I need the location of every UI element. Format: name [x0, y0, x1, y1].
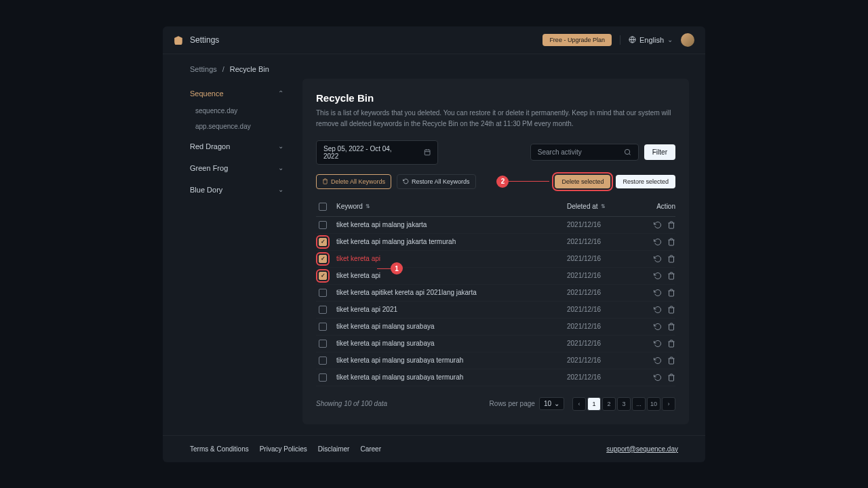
restore-icon[interactable]	[654, 272, 662, 280]
date-range-value: Sep 05, 2022 - Oct 04, 2022	[323, 145, 403, 160]
td-check	[316, 323, 336, 331]
delete-all-button[interactable]: Delete All Keywords	[316, 174, 391, 189]
trash-icon[interactable]	[667, 221, 675, 229]
restore-icon[interactable]	[654, 289, 662, 297]
footer-email[interactable]: support@sequence.day	[606, 445, 678, 453]
restore-icon[interactable]	[654, 323, 662, 331]
td-action	[642, 238, 675, 246]
row-checkbox[interactable]	[319, 289, 327, 297]
th-deleted-at[interactable]: Deleted at ⇅	[567, 203, 642, 211]
search-input[interactable]: Search activity	[530, 144, 639, 161]
trash-icon[interactable]	[667, 289, 675, 297]
sidebar-child[interactable]: app.sequence.day	[184, 119, 294, 134]
page-nav: ‹ 1 2 3 ... 10 ›	[572, 397, 675, 411]
td-date: 2021/12/16	[567, 323, 642, 330]
restore-icon[interactable]	[654, 221, 662, 229]
sidebar-group-blue-dory: Blue Dory ⌄	[179, 180, 294, 199]
sidebar-item-red-dragon[interactable]: Red Dragon ⌄	[179, 137, 294, 156]
main-panel: Recycle Bin This is a list of keywords t…	[302, 79, 689, 424]
sidebar-item-blue-dory[interactable]: Blue Dory ⌄	[179, 180, 294, 199]
filter-button[interactable]: Filter	[644, 144, 675, 160]
select-all-checkbox[interactable]	[319, 203, 327, 211]
restore-icon[interactable]	[654, 340, 662, 348]
row-checkbox[interactable]	[319, 306, 327, 314]
row-checkbox[interactable]	[319, 221, 327, 229]
page-description: This is a list of keywords that you dele…	[316, 108, 675, 129]
table-row: tiket kereta api malang surabaya termura…	[316, 369, 675, 386]
td-date: 2021/12/16	[567, 221, 642, 228]
chevron-down-icon: ⌄	[278, 186, 283, 193]
td-date: 2021/12/16	[567, 340, 642, 347]
page-1[interactable]: 1	[587, 397, 601, 411]
restore-icon[interactable]	[654, 373, 662, 382]
td-keyword: tiket kereta api malang surabaya	[336, 323, 567, 330]
sidebar-child[interactable]: sequence.day	[184, 103, 294, 119]
sidebar-label: Blue Dory	[190, 186, 222, 194]
td-keyword: tiket kereta api	[336, 272, 567, 279]
td-check	[316, 306, 336, 314]
trash-icon[interactable]	[667, 373, 675, 382]
delete-selected-button[interactable]: Delete selected	[555, 175, 610, 188]
row-checkbox[interactable]	[319, 340, 327, 348]
logo-icon	[174, 35, 183, 45]
trash-icon[interactable]	[667, 255, 675, 263]
trash-icon[interactable]	[667, 272, 675, 280]
divider	[620, 35, 620, 45]
sidebar-item-sequence[interactable]: Sequence ⌃	[179, 84, 294, 103]
app-window: Settings Free - Upgrade Plan English ⌄ S…	[163, 26, 705, 462]
trash-icon	[322, 178, 328, 184]
rows-per-page-select[interactable]: 10 ⌄	[539, 397, 564, 410]
trash-icon[interactable]	[667, 357, 675, 365]
restore-selected-button[interactable]: Restore selected	[616, 175, 675, 188]
td-keyword: tiket kereta api1	[336, 255, 567, 262]
keywords-table: Keyword ⇅ Deleted at ⇅ Action tiket kere…	[316, 197, 675, 386]
sidebar-item-green-frog[interactable]: Green Frog ⌄	[179, 159, 294, 178]
row-checkbox[interactable]	[319, 255, 327, 263]
page-next[interactable]: ›	[662, 397, 675, 411]
row-checkbox[interactable]	[319, 323, 327, 331]
sidebar-label: Sequence	[190, 89, 224, 98]
page-10[interactable]: 10	[647, 397, 660, 411]
trash-icon[interactable]	[667, 238, 675, 246]
th-keyword[interactable]: Keyword ⇅	[336, 203, 567, 211]
footer-link[interactable]: Privacy Policies	[260, 445, 307, 453]
td-action	[642, 255, 675, 263]
rpp-label: Rows per page	[490, 400, 535, 407]
page-ellipsis: ...	[632, 397, 646, 411]
language-selector[interactable]: English ⌄	[629, 36, 673, 44]
svg-rect-2	[425, 150, 430, 155]
footer-link[interactable]: Disclaimer	[318, 445, 350, 453]
td-keyword: tiket kereta api malang jakarta	[336, 221, 567, 228]
restore-icon[interactable]	[654, 238, 662, 246]
trash-icon[interactable]	[667, 340, 675, 348]
row-checkbox[interactable]	[319, 357, 327, 365]
row-checkbox[interactable]	[319, 238, 327, 246]
page-title: Recycle Bin	[316, 92, 675, 104]
restore-all-button[interactable]: Restore All Keywords	[397, 174, 476, 189]
trash-icon[interactable]	[667, 323, 675, 331]
restore-icon[interactable]	[654, 357, 662, 365]
action-row: Delete All Keywords Restore All Keywords…	[316, 174, 675, 189]
sidebar: Sequence ⌃ sequence.day app.sequence.day…	[179, 79, 294, 424]
restore-icon[interactable]	[654, 306, 662, 314]
date-range-input[interactable]: Sep 05, 2022 - Oct 04, 2022	[316, 140, 438, 165]
breadcrumb-parent[interactable]: Settings	[190, 65, 217, 73]
upgrade-button[interactable]: Free - Upgrade Plan	[542, 34, 612, 46]
footer-link[interactable]: Career	[360, 445, 381, 453]
page-2[interactable]: 2	[602, 397, 616, 411]
page-prev[interactable]: ‹	[572, 397, 586, 411]
restore-icon[interactable]	[654, 255, 662, 263]
rows-per-page: Rows per page 10 ⌄	[490, 397, 564, 410]
row-checkbox[interactable]	[319, 373, 327, 382]
avatar[interactable]	[681, 33, 694, 47]
row-checkbox[interactable]	[319, 272, 327, 280]
sort-icon: ⇅	[601, 203, 606, 209]
action-left: Delete All Keywords Restore All Keywords	[316, 174, 476, 189]
table-row: tiket kereta apitiket kereta api 2021lan…	[316, 285, 675, 302]
td-action	[642, 289, 675, 297]
footer-link[interactable]: Terms & Conditions	[190, 445, 249, 453]
trash-icon[interactable]	[667, 306, 675, 314]
action-right: 2 Delete selected Restore selected	[496, 175, 675, 188]
page-3[interactable]: 3	[617, 397, 631, 411]
footer-links: Terms & Conditions Privacy Policies Disc…	[190, 445, 381, 453]
